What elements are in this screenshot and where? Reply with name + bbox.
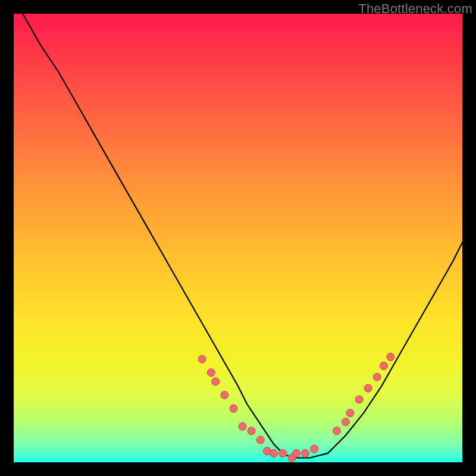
highlight-dot — [373, 373, 381, 381]
highlight-dot — [293, 449, 300, 457]
highlight-dots — [198, 353, 394, 462]
highlight-dot — [248, 427, 255, 435]
highlight-dot — [387, 353, 394, 361]
highlight-dot — [355, 396, 363, 403]
highlight-dot — [270, 449, 278, 457]
chart-svg — [14, 14, 462, 462]
highlight-dot — [333, 427, 340, 435]
highlight-dot — [342, 418, 350, 426]
highlight-dot — [311, 445, 318, 453]
highlight-dot — [230, 405, 237, 412]
highlight-dot — [380, 362, 388, 369]
highlight-dot — [346, 409, 354, 417]
highlight-dot — [302, 449, 309, 457]
bottleneck-curve — [23, 14, 462, 458]
highlight-dot — [364, 384, 372, 392]
chart-frame: TheBottleneck.com — [0, 0, 476, 476]
highlight-dot — [198, 355, 206, 363]
highlight-dot — [207, 369, 215, 377]
highlight-dot — [256, 436, 264, 444]
highlight-dot — [239, 422, 246, 430]
curve-path-group — [23, 14, 462, 458]
watermark-text: TheBottleneck.com — [358, 1, 472, 17]
highlight-dot — [212, 378, 220, 386]
highlight-dot — [279, 449, 287, 457]
highlight-dot — [221, 391, 228, 399]
